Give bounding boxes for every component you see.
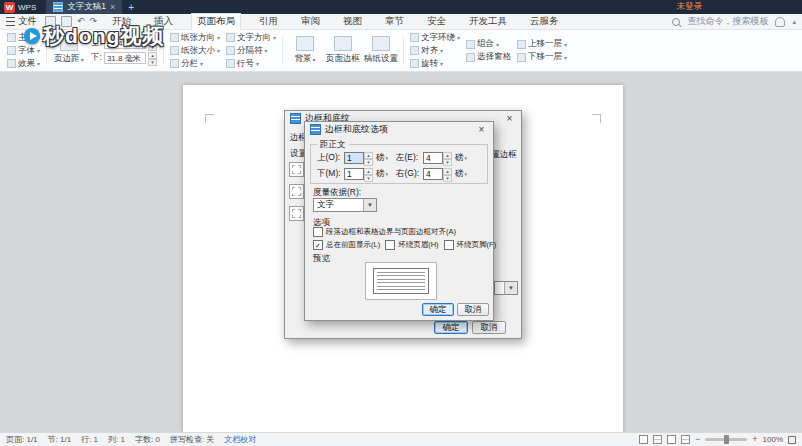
selection-pane-label: 选择窗格 [477, 51, 511, 63]
close-icon[interactable]: × [503, 113, 516, 124]
top-distance-spinner[interactable]: ▴▾ [364, 152, 373, 164]
zoom-out-icon[interactable]: − [695, 435, 700, 444]
close-icon[interactable]: × [475, 124, 488, 135]
tab-devtools[interactable]: 开发工具 [464, 14, 512, 29]
font-button[interactable]: 字体▾ [7, 45, 40, 56]
login-badge[interactable]: 未登录 [677, 1, 703, 13]
zoom-in-icon[interactable]: + [752, 435, 757, 444]
web-view-icon[interactable] [667, 435, 676, 444]
notification-icon[interactable] [775, 17, 785, 27]
send-backward-button[interactable]: 下移一层▾ [517, 52, 567, 63]
margin-bottom-input[interactable]: 31.8 毫米 [104, 52, 146, 64]
breaks-label: 分隔符 [237, 45, 263, 57]
fullscreen-icon[interactable] [788, 436, 796, 444]
bottom-distance-input[interactable]: 1 [344, 168, 364, 180]
menubar: 文件 ↶ ↷ 开始 插入 页面布局 引用 审阅 视图 章节 安全 开发工具 云服… [0, 14, 802, 30]
border-preset-none[interactable] [289, 162, 304, 177]
unit-caret-icon[interactable]: ▾ [386, 155, 389, 161]
ok-button[interactable]: 确定 [434, 321, 468, 334]
preset-icon [292, 209, 301, 218]
background-button[interactable]: 背景▾ [286, 32, 324, 69]
right-distance-spinner[interactable]: ▴▾ [443, 168, 452, 180]
left-distance-input[interactable]: 4 [423, 152, 443, 164]
columns-button[interactable]: 分栏▾ [170, 58, 220, 69]
proofing-link[interactable]: 文档校对 [224, 434, 256, 445]
top-distance-input[interactable]: 1 [344, 152, 364, 164]
surround-header-checkbox[interactable]: ✓ 环绕页眉(H) [385, 240, 438, 250]
cancel-button[interactable]: 取消 [457, 303, 489, 316]
right-distance-input[interactable]: 4 [423, 168, 443, 180]
tab-home[interactable]: 开始 [107, 14, 136, 29]
cancel-button[interactable]: 取消 [472, 321, 506, 334]
tab-page-layout[interactable]: 页面布局 [191, 13, 241, 30]
theme-label: 主题 [18, 32, 35, 44]
chevron-down-icon: ▾ [564, 54, 567, 61]
tab-references[interactable]: 引用 [254, 14, 283, 29]
measure-from-dropdown[interactable]: 文字 ▼ [313, 198, 377, 212]
dialog-titlebar[interactable]: 边框和底纹选项 × [305, 122, 493, 137]
left-distance-spinner[interactable]: ▴▾ [443, 152, 452, 164]
page-border-button[interactable]: 页面边框 [324, 32, 362, 69]
margin-top-input[interactable]: 25.4 毫米 [104, 37, 146, 49]
redo-icon[interactable]: ↷ [90, 17, 98, 26]
align-button[interactable]: 对齐▾ [410, 45, 460, 56]
page-view-icon[interactable] [639, 435, 648, 444]
new-tab-button[interactable]: + [128, 2, 134, 13]
wps-logo-icon[interactable]: W [4, 2, 15, 13]
ok-button[interactable]: 确定 [422, 303, 454, 316]
close-tab-icon[interactable]: × [110, 2, 115, 12]
preview-box [365, 262, 437, 300]
tab-insert[interactable]: 插入 [149, 14, 178, 29]
dialog-icon [290, 113, 301, 124]
save-icon[interactable] [45, 16, 56, 27]
unit-caret-icon[interactable]: ▾ [465, 171, 468, 177]
outline-view-icon[interactable] [653, 435, 662, 444]
search-icon[interactable] [672, 18, 680, 26]
paper-orientation-button[interactable]: 纸张方向▾ [170, 32, 220, 43]
unit-caret-icon[interactable]: ▾ [465, 155, 468, 161]
spellcheck-status[interactable]: 拼写检查: 关 [170, 434, 214, 445]
paper-size-button[interactable]: 纸张大小▾ [170, 45, 220, 56]
line-numbers-button[interactable]: 行号▾ [226, 58, 276, 69]
align-borders-checkbox[interactable]: ✓ 段落边框和表格边界与页面边框对齐(A) [313, 227, 456, 237]
zoom-level[interactable]: 100% [763, 435, 783, 444]
border-preset-custom[interactable] [289, 206, 304, 221]
document-tab[interactable]: 文字文稿1 × [46, 0, 122, 14]
selection-pane-button[interactable]: 选择窗格 [466, 52, 511, 63]
collapse-ribbon-icon[interactable]: ▴ [792, 18, 796, 26]
tab-section[interactable]: 章节 [380, 14, 409, 29]
rotate-button[interactable]: 旋转▾ [410, 58, 460, 69]
unit-caret-icon[interactable]: ▾ [386, 171, 389, 177]
eye-protect-icon[interactable] [681, 435, 690, 444]
margins-button[interactable]: 页边距▾ [50, 32, 88, 69]
group-button[interactable]: 组合▾ [466, 39, 511, 50]
apply-to-dropdown[interactable]: ▼ [494, 281, 518, 295]
tab-review[interactable]: 审阅 [296, 14, 325, 29]
effects-button[interactable]: 效果▾ [7, 58, 40, 69]
grid-paper-button[interactable]: 稿纸设置 [362, 32, 400, 69]
file-menu-button[interactable]: 文件 [6, 15, 37, 28]
text-wrap-button[interactable]: 文字环绕▾ [410, 32, 460, 43]
surround-footer-checkbox[interactable]: ✓ 环绕页脚(F) [444, 240, 497, 250]
undo-icon[interactable]: ↶ [77, 17, 85, 26]
border-preset-box[interactable] [289, 184, 304, 199]
bring-forward-button[interactable]: 上移一层▾ [517, 39, 567, 50]
zoom-slider[interactable] [705, 438, 747, 441]
line-numbers-icon [226, 59, 235, 68]
word-count[interactable]: 字数: 0 [135, 434, 160, 445]
margin-bottom-spinner[interactable]: ▴▾ [148, 52, 157, 64]
tab-view[interactable]: 视图 [338, 14, 367, 29]
zoom-slider-thumb[interactable] [724, 435, 729, 444]
unit-label: 磅 [455, 168, 464, 180]
breaks-button[interactable]: 分隔符▾ [226, 45, 276, 56]
theme-button[interactable]: 主题▾ [7, 32, 40, 43]
search-hint[interactable]: 查找命令，搜索模板 [687, 15, 768, 28]
tab-cloud[interactable]: 云服务 [525, 14, 564, 29]
always-front-checkbox[interactable]: ✓ 总在前面显示(L) [313, 240, 380, 250]
tab-security[interactable]: 安全 [422, 14, 451, 29]
bottom-distance-spinner[interactable]: ▴▾ [364, 168, 373, 180]
margin-bottom-label: 下: [91, 52, 102, 64]
margin-top-spinner[interactable]: ▴▾ [148, 37, 157, 49]
print-icon[interactable] [61, 16, 72, 27]
text-direction-button[interactable]: 文字方向▾ [226, 32, 276, 43]
